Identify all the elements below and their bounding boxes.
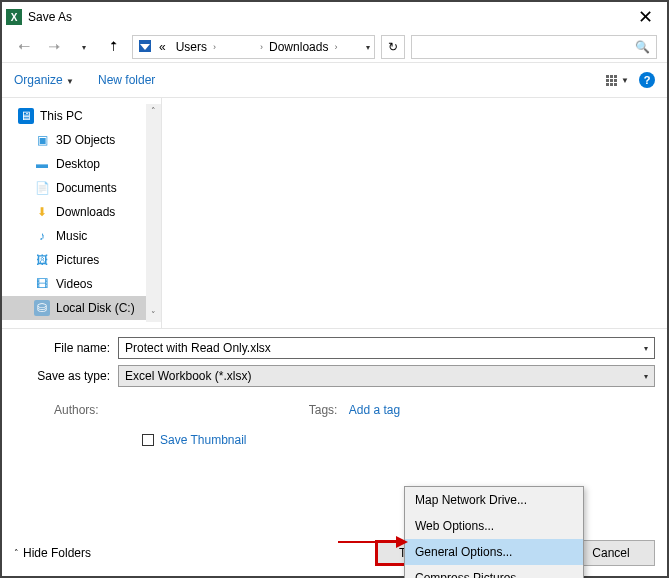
filename-value: Protect with Read Only.xlsx [125,341,271,355]
tree-documents[interactable]: 📄Documents [2,176,146,200]
scroll-down-icon[interactable]: ˅ [146,308,161,322]
search-input[interactable]: 🔍 [411,35,658,59]
savetype-value: Excel Workbook (*.xlsx) [125,369,251,383]
view-options-button[interactable]: ▼ [606,75,629,86]
tags-label: Tags: [309,403,338,417]
menu-map-network-drive[interactable]: Map Network Drive... [405,487,583,513]
downloads-folder-icon [137,38,153,57]
tools-dropdown-menu: Map Network Drive... Web Options... Gene… [404,486,584,578]
recent-dropdown[interactable]: ▾ [72,35,96,59]
chevron-up-icon: ˄ [14,548,19,558]
chevron-right-icon[interactable]: › [334,42,337,52]
tree-downloads[interactable]: ⬇Downloads [2,200,146,224]
nav-bar: 🠐 🠒 ▾ 🠑 « Users › › Downloads › ▾ ↻ 🔍 [2,32,667,62]
save-as-window: X Save As ✕ 🠐 🠒 ▾ 🠑 « Users › › Download… [0,0,669,578]
chevron-right-icon[interactable]: › [213,42,216,52]
excel-logo-icon: X [6,9,22,25]
tree-label: 3D Objects [56,133,115,147]
hide-folders-button[interactable]: ˄ Hide Folders [14,546,91,560]
folder-icon: 📄 [34,180,50,196]
disk-icon: ⛁ [34,300,50,316]
tree-label: Music [56,229,87,243]
tree-label: Downloads [56,205,115,219]
authors-label: Authors: [54,403,99,417]
window-title: Save As [28,10,628,24]
filename-label: File name: [14,341,118,355]
refresh-button[interactable]: ↻ [381,35,405,59]
path-seg-downloads[interactable]: Downloads [265,40,332,54]
help-icon[interactable]: ? [639,72,655,88]
path-double-chev: « [155,40,170,54]
menu-web-options[interactable]: Web Options... [405,513,583,539]
dropdown-icon[interactable]: ▾ [644,372,648,381]
desktop-icon: ▬ [34,156,50,172]
tree-pictures[interactable]: 🖼Pictures [2,248,146,272]
tree-label: Desktop [56,157,100,171]
hide-folders-label: Hide Folders [23,546,91,560]
up-button[interactable]: 🠑 [102,35,126,59]
footer-panel: File name: Protect with Read Only.xlsx ▾… [2,328,667,447]
menu-general-options[interactable]: General Options... [405,539,583,565]
chevron-right-icon[interactable]: › [260,42,263,52]
tree-scrollbar[interactable]: ˄ ˅ [146,104,161,322]
dropdown-icon[interactable]: ▾ [644,344,648,353]
tree-label: This PC [40,109,83,123]
menu-compress-pictures[interactable]: Compress Pictures... [405,565,583,578]
filename-input[interactable]: Protect with Read Only.xlsx ▾ [118,337,655,359]
annotation-arrow-icon [338,532,408,552]
music-icon: ♪ [34,228,50,244]
pc-icon: 🖥 [18,108,34,124]
cube-icon: ▣ [34,132,50,148]
navigation-tree: 🖥 This PC ▣3D Objects ▬Desktop 📄Document… [2,98,162,328]
forward-button[interactable]: 🠒 [42,35,66,59]
title-bar: X Save As ✕ [2,2,667,32]
tree-label: Documents [56,181,117,195]
savetype-label: Save as type: [14,369,118,383]
back-button[interactable]: 🠐 [12,35,36,59]
scroll-up-icon[interactable]: ˄ [146,104,161,118]
organize-label: Organize [14,73,63,87]
add-tag-link[interactable]: Add a tag [349,403,400,417]
savetype-select[interactable]: Excel Workbook (*.xlsx) ▾ [118,365,655,387]
dropdown-icon: ▼ [66,77,74,86]
tree-videos[interactable]: 🎞Videos [2,272,146,296]
tree-music[interactable]: ♪Music [2,224,146,248]
tree-this-pc[interactable]: 🖥 This PC [2,104,146,128]
organize-menu[interactable]: Organize ▼ [14,73,74,87]
tree-3d-objects[interactable]: ▣3D Objects [2,128,146,152]
address-dropdown-icon[interactable]: ▾ [366,43,370,52]
tree-desktop[interactable]: ▬Desktop [2,152,146,176]
tree-label: Pictures [56,253,99,267]
command-bar: Organize ▼ New folder ▼ ? [2,62,667,98]
picture-icon: 🖼 [34,252,50,268]
tree-local-disk[interactable]: ⛁Local Disk (C:) [2,296,146,320]
file-list-pane[interactable] [162,98,667,328]
close-button[interactable]: ✕ [628,6,663,28]
search-icon: 🔍 [635,40,650,54]
path-seg-users[interactable]: Users [172,40,211,54]
new-folder-button[interactable]: New folder [98,73,155,87]
tree-label: Local Disk (C:) [56,301,135,315]
address-bar[interactable]: « Users › › Downloads › ▾ [132,35,375,59]
download-icon: ⬇ [34,204,50,220]
svg-marker-3 [396,536,408,548]
save-thumbnail-checkbox[interactable] [142,434,154,446]
tree-label: Videos [56,277,92,291]
save-thumbnail-label: Save Thumbnail [160,433,247,447]
video-icon: 🎞 [34,276,50,292]
